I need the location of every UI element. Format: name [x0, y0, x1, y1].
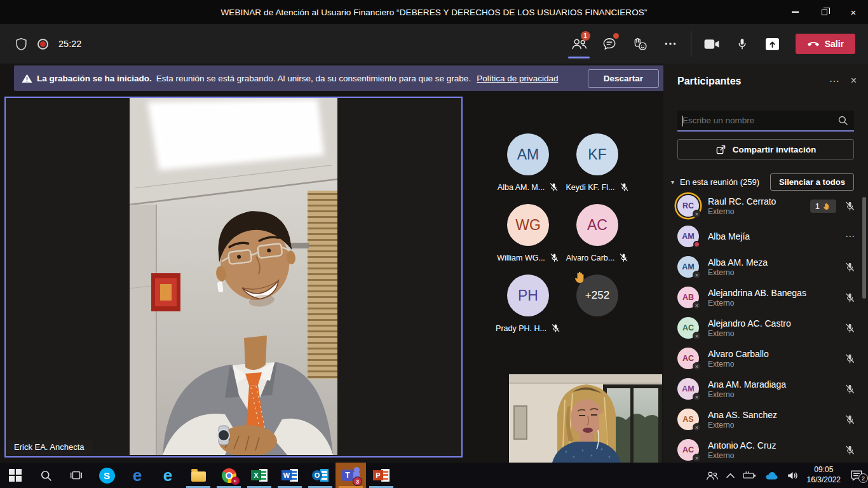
participant-subtitle: Externo: [708, 268, 768, 277]
speaker-icon[interactable]: [787, 471, 799, 480]
windows-logo-icon: [9, 469, 22, 482]
avatar: AC ×: [677, 317, 699, 339]
panel-close-icon[interactable]: ×: [851, 75, 857, 87]
avatar: AS ×: [677, 409, 699, 430]
close-button[interactable]: ×: [839, 0, 868, 24]
collapse-icon[interactable]: ▾: [671, 179, 674, 186]
leave-button[interactable]: Salir: [796, 34, 855, 54]
participant-row[interactable]: AB × Alejandrina AB. Banegas Externo: [663, 282, 868, 313]
taskbar-powerpoint[interactable]: P: [366, 463, 397, 488]
participant-row[interactable]: AC × Alejandro AC. Castro Externo: [663, 313, 868, 343]
participant-tile[interactable]: AC Alvaro Carb...: [562, 204, 632, 262]
show-hidden-icons-chevron[interactable]: [726, 473, 735, 478]
participant-row[interactable]: AM × Ana AM. Maradiaga Externo: [663, 374, 868, 404]
taskbar-clock[interactable]: 09:05 16/3/2022: [807, 465, 841, 485]
onedrive-cloud-icon[interactable]: [764, 471, 778, 480]
outlook-icon: O: [312, 468, 329, 483]
search-input[interactable]: [677, 116, 837, 125]
edge-icon: e: [133, 467, 142, 484]
taskbar-excel[interactable]: X: [244, 463, 275, 488]
recording-banner: La grabación se ha iniciado. Esta reunió…: [14, 65, 665, 91]
speaker-video-scene: [130, 98, 337, 455]
banner-message: Esta reunión se está grabando. Al unirse…: [156, 74, 471, 83]
camera-button[interactable]: [696, 29, 727, 59]
mic-button[interactable]: [727, 29, 757, 59]
participant-row[interactable]: AM × Alba AM. Meza Externo: [663, 252, 868, 282]
busy-status-icon: [693, 241, 700, 248]
mic-muted-icon: [551, 323, 560, 333]
mic-muted-icon[interactable]: [844, 353, 855, 364]
participant-name: Alvaro Carballo: [708, 349, 769, 359]
secondary-video-thumbnail[interactable]: [509, 374, 662, 463]
participant-name: Alba AM. Meza: [708, 257, 768, 268]
participant-tile[interactable]: PH Prady PH. H...: [493, 274, 563, 333]
mic-muted-icon[interactable]: [844, 292, 855, 303]
chat-icon: [602, 37, 616, 51]
taskbar-skype[interactable]: S: [92, 463, 122, 488]
reactions-button[interactable]: [625, 29, 655, 59]
system-tray: 09:05 16/3/2022 2: [706, 463, 868, 488]
excel-icon: X: [251, 468, 268, 483]
more-actions-button[interactable]: [655, 29, 686, 59]
battery-icon[interactable]: [743, 471, 756, 480]
external-badge-icon: ×: [693, 301, 701, 309]
avatar-initials: AM: [682, 262, 694, 271]
dismiss-banner-button[interactable]: Descartar: [588, 69, 659, 88]
participant-row[interactable]: AM Alba Mejía ⋯: [663, 221, 868, 252]
taskbar-file-explorer[interactable]: [183, 463, 214, 488]
share-screen-button[interactable]: [757, 29, 788, 59]
mic-muted-icon[interactable]: [844, 414, 855, 425]
minimize-button[interactable]: [780, 0, 810, 24]
avatar-initials: AC: [682, 354, 694, 363]
avatar-initials: AS: [682, 415, 693, 424]
participant-tile[interactable]: AM Alba AM. M...: [493, 133, 563, 192]
restore-button[interactable]: [810, 0, 839, 24]
shield-icon[interactable]: [15, 37, 27, 51]
tile-name: Prady PH. H...: [496, 324, 546, 333]
text-caret: [682, 116, 683, 126]
avatar: AB ×: [677, 287, 699, 308]
overflow-tile[interactable]: +252: [562, 274, 632, 316]
toolbar-right: 1: [564, 24, 868, 64]
taskbar-internet-explorer[interactable]: e: [153, 463, 183, 488]
taskbar-edge[interactable]: e: [122, 463, 153, 488]
teams-notification-badge: 3: [353, 477, 362, 486]
taskbar-teams[interactable]: T 3: [336, 463, 366, 488]
tray-people-icon[interactable]: [706, 470, 718, 481]
participant-tile[interactable]: WG William WG...: [493, 204, 563, 262]
chat-button[interactable]: [594, 29, 625, 59]
row-more-icon[interactable]: ⋯: [845, 231, 855, 242]
participant-row[interactable]: RC × Raul RC. Cerrato Externo 1: [663, 191, 868, 221]
participant-tile[interactable]: KF Keydi KF. Fl...: [562, 133, 632, 192]
taskbar-search-button[interactable]: [31, 463, 61, 488]
mic-muted-icon[interactable]: [844, 384, 855, 395]
mic-muted-icon[interactable]: [844, 445, 855, 456]
taskbar-chrome[interactable]: c: [214, 463, 244, 488]
mic-muted-icon[interactable]: [844, 262, 855, 273]
participant-row[interactable]: AC × Antonio AC. Cruz Externo: [663, 435, 868, 465]
share-screen-icon: [765, 37, 780, 51]
search-icon[interactable]: [837, 115, 848, 126]
taskbar-word[interactable]: W: [275, 463, 305, 488]
task-view-button[interactable]: [61, 463, 92, 488]
mute-all-button[interactable]: Silenciar a todos: [770, 173, 854, 191]
window-title: WEBINAR de Atención al Usuario Financier…: [221, 8, 648, 17]
start-button[interactable]: [0, 463, 31, 488]
mic-muted-icon[interactable]: [844, 323, 855, 334]
mic-icon: [736, 37, 749, 50]
participant-list: RC × Raul RC. Cerrato Externo 1 A: [663, 191, 868, 465]
taskbar-outlook[interactable]: O: [305, 463, 336, 488]
participant-subtitle: Externo: [708, 207, 776, 216]
panel-scrollbar[interactable]: [862, 197, 866, 299]
participant-row[interactable]: AC × Alvaro Carballo Externo: [663, 343, 868, 374]
action-center-button[interactable]: 2: [850, 470, 863, 481]
privacy-policy-link[interactable]: Política de privacidad: [477, 74, 558, 83]
participant-row[interactable]: AS × Ana AS. Sanchez Externo: [663, 404, 868, 435]
mic-muted-icon[interactable]: [844, 201, 855, 212]
tile-name: Alvaro Carb...: [566, 254, 614, 262]
panel-more-icon[interactable]: ⋯: [829, 75, 839, 87]
share-invitation-button[interactable]: Compartir invitación: [677, 139, 854, 159]
participant-subtitle: Externo: [708, 390, 786, 399]
participants-button[interactable]: 1: [564, 29, 594, 59]
participant-name: Alejandro AC. Castro: [708, 318, 791, 329]
